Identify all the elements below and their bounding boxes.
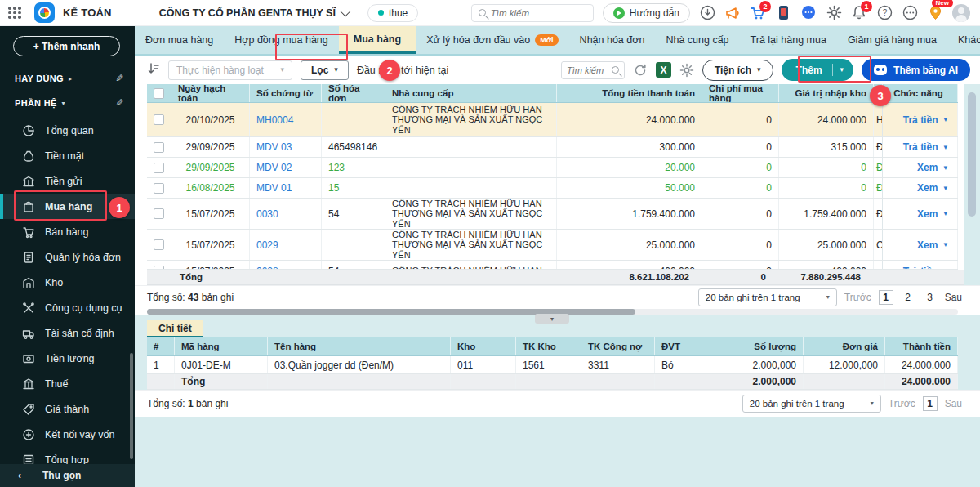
cart-icon[interactable]: 2	[750, 5, 766, 21]
table-row[interactable]: 29/09/2025 MDV 03 465498146 300.000 0 31…	[147, 137, 958, 158]
help-icon[interactable]: ?	[876, 5, 893, 21]
doc-link[interactable]: 0029	[256, 239, 278, 251]
doc-link[interactable]: MDV 01	[256, 182, 292, 194]
col-dvt[interactable]: ĐVT	[655, 337, 715, 355]
quick-add-button[interactable]: + Thêm nhanh	[13, 36, 120, 56]
megaphone-icon[interactable]	[724, 5, 741, 21]
sidebar-item-gia-thanh[interactable]: Giá thành	[0, 396, 135, 422]
table-row[interactable]: 15/07/2025 0030 54 CÔNG TY TRÁCH NHIỆM H…	[147, 199, 958, 230]
row-action-button[interactable]: Xem▾	[917, 162, 947, 173]
tab-nha-cung-cap[interactable]: Nhà cung cấp	[655, 26, 739, 54]
sidebar-item-ban-hang[interactable]: Bán hàng	[0, 219, 135, 244]
company-selector[interactable]: CÔNG TY CỔ PHẦN GENTA THỤY SĨ	[159, 7, 348, 19]
page-size-select[interactable]: 20 bản ghi trên 1 trang ▾	[742, 395, 881, 413]
batch-action-select[interactable]: Thực hiện hàng loạt ▾	[168, 60, 292, 80]
table-row-clipped[interactable]: 15/07/2025 0028 54 CÔNG TY TRÁCH NHIỆM H…	[147, 261, 958, 270]
table-settings-icon[interactable]	[679, 63, 694, 78]
refresh-icon[interactable]	[633, 63, 648, 78]
table-search-input[interactable]	[567, 65, 612, 75]
avatar[interactable]	[952, 4, 970, 22]
table-row[interactable]: 29/09/2025 MDV 02 123 20.000 0 0 Đ Xem▾	[147, 158, 958, 178]
doc-link[interactable]: MDV 02	[256, 162, 292, 173]
vertical-scrollbar[interactable]	[968, 92, 976, 217]
sidebar-item-tai-san-co-dinh[interactable]: Tài sản cố định	[0, 320, 135, 346]
col-gia-tri-nhap-kho[interactable]: Giá trị nhập kho	[779, 84, 874, 102]
sidebar-item-quan-ly-hoa-don[interactable]: Quản lý hóa đơn	[0, 244, 135, 270]
sidebar-item-tong-quan[interactable]: Tổng quan	[0, 118, 135, 143]
add-button[interactable]: Thêm ▾	[782, 59, 854, 81]
tab-hop-dong-mua-hang[interactable]: Hợp đồng mua hàng	[224, 26, 339, 54]
row-checkbox[interactable]	[154, 163, 164, 173]
row-action-button[interactable]: Trả tiền▾	[903, 141, 947, 153]
row-checkbox[interactable]	[154, 183, 164, 194]
table-row[interactable]: 15/07/2025 0029 CÔNG TY TRÁCH NHIỆM HỮU …	[147, 230, 958, 261]
sort-icon[interactable]	[147, 62, 160, 78]
page-size-select[interactable]: 20 bản ghi trên 1 trang ▾	[698, 288, 837, 306]
tab-don-mua-hang[interactable]: Đơn mua hàng	[135, 26, 224, 54]
col-tong-tien-thanh-toan[interactable]: Tổng tiền thanh toán	[557, 84, 702, 102]
add-with-ai-button[interactable]: Thêm bằng AI	[862, 59, 970, 81]
col-kho[interactable]: Kho	[451, 337, 516, 355]
tab-mua-hang[interactable]: Mua hàng	[339, 26, 416, 54]
doc-link[interactable]: MDV 03	[256, 141, 292, 153]
table-search[interactable]	[561, 61, 625, 79]
sidebar-collapse-button[interactable]: ‹ Thu gọn	[0, 464, 135, 487]
row-action-button[interactable]: Xem▾	[917, 239, 947, 251]
excel-export-icon[interactable]: X	[656, 62, 671, 78]
col-so-chung-tu[interactable]: Số chứng từ	[250, 84, 322, 102]
sidebar-scrollbar[interactable]	[130, 353, 133, 459]
page-3-button[interactable]: 3	[923, 290, 938, 305]
table-row[interactable]: 20/10/2025 MH0004 CÔNG TY TRÁCH NHIỆM HỮ…	[147, 103, 958, 137]
bell-icon[interactable]: 1	[851, 5, 867, 21]
app-grid-icon[interactable]	[8, 7, 21, 19]
sidebar-group-modules[interactable]: PHẦN HỆ ▾ ✎	[15, 95, 123, 111]
phone-icon[interactable]	[775, 5, 791, 21]
tab-tra-lai-hang-mua[interactable]: Trả lại hàng mua	[740, 26, 837, 54]
prev-page-button[interactable]: Trước	[889, 398, 915, 409]
col-ma-hang[interactable]: Mã hàng	[175, 337, 268, 355]
col-so-luong[interactable]: Số lượng	[715, 337, 804, 355]
row-checkbox[interactable]	[154, 266, 164, 269]
sidebar-item-thue[interactable]: Thuế	[0, 371, 135, 396]
global-search-input[interactable]	[491, 8, 586, 18]
tab-nhan-hoa-don[interactable]: Nhận hóa đơn	[569, 26, 656, 54]
tab-khac[interactable]: Khác▾	[947, 26, 980, 54]
col-tk-cong-no[interactable]: TK Công nợ	[581, 337, 655, 355]
col-ngay-hach-toan[interactable]: Ngày hạch toán	[172, 84, 250, 102]
sidebar-item-cong-cu-dung-cu[interactable]: Công cụ dụng cụ	[0, 295, 135, 320]
sidebar-item-ket-noi-vay-von[interactable]: Kết nối vay vốn	[0, 422, 135, 447]
more-icon[interactable]	[902, 5, 918, 21]
sidebar-item-tien-luong[interactable]: Tiền lương	[0, 346, 135, 371]
sidebar-item-tien-gui[interactable]: Tiền gửi	[0, 168, 135, 194]
sidebar-item-mua-hang[interactable]: Mua hàng	[0, 194, 135, 219]
row-checkbox[interactable]	[154, 239, 164, 250]
row-checkbox[interactable]	[154, 208, 164, 219]
utilities-button[interactable]: Tiện ích ▾	[702, 60, 773, 81]
page-2-button[interactable]: 2	[901, 290, 915, 305]
prev-page-button[interactable]: Trước	[844, 292, 871, 303]
tab-chi-tiet[interactable]: Chi tiết	[147, 320, 203, 337]
col-tk-kho[interactable]: TK Kho	[516, 337, 581, 355]
tab-giam-gia-hang-mua[interactable]: Giảm giá hàng mua	[837, 26, 947, 54]
panel-collapse-handle[interactable]: ▾	[535, 314, 569, 324]
col-ten-hang[interactable]: Tên hàng	[268, 337, 451, 355]
col-so-hoa-don[interactable]: Số hóa đơn	[322, 84, 385, 102]
guide-button[interactable]: Hướng dẫn	[603, 3, 690, 23]
download-icon[interactable]	[699, 5, 715, 21]
filter-button[interactable]: Lọc ▾	[301, 60, 349, 80]
next-page-button[interactable]: Sau	[945, 398, 962, 409]
col-chi-phi-mua-hang[interactable]: Chi phí mua hàng	[702, 84, 779, 102]
period-label[interactable]: Đầu năm tới hiện tại	[357, 65, 448, 76]
sidebar-group-favorites[interactable]: HAY DÙNG ▸ ✎	[15, 70, 123, 87]
edit-pencil-icon[interactable]: ✎	[115, 73, 123, 84]
global-search[interactable]	[471, 4, 594, 22]
environment-badge[interactable]: thue	[368, 4, 418, 22]
edit-pencil-icon[interactable]: ✎	[115, 97, 123, 109]
sidebar-item-kho[interactable]: Kho	[0, 270, 135, 295]
row-checkbox[interactable]	[154, 142, 164, 153]
col-nha-cung-cap[interactable]: Nhà cung cấp	[385, 84, 557, 102]
row-checkbox[interactable]	[154, 114, 164, 125]
doc-link[interactable]: MH0004	[256, 114, 293, 126]
col-don-gia[interactable]: Đơn giá	[804, 337, 885, 355]
page-1-button[interactable]: 1	[923, 396, 938, 411]
